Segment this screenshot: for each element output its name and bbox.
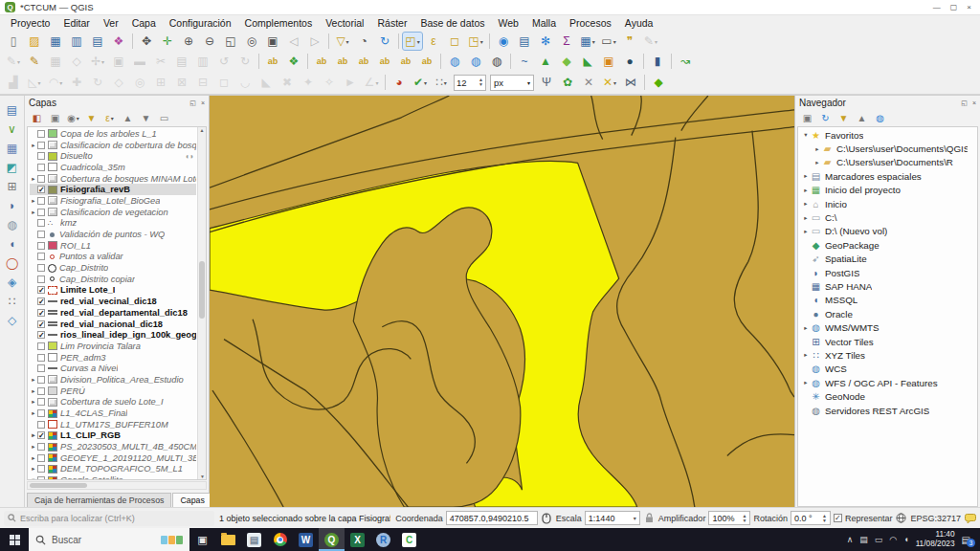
collapse-all-browser-icon[interactable]: ▲ [854, 111, 870, 125]
layer-labeling-icon[interactable]: ab [263, 53, 282, 70]
start-button[interactable] [0, 528, 29, 551]
add-oracle-layer-icon[interactable]: ◯ [3, 254, 22, 271]
app-r[interactable]: R [370, 528, 396, 551]
cad-tools-icon[interactable]: ◺▾ [25, 74, 44, 91]
close-button[interactable]: × [967, 3, 971, 11]
browser-item[interactable]: ▸▰C:\Users\user\Documents\R [800, 156, 968, 169]
expand-icon[interactable]: ▸ [30, 209, 37, 216]
browser-item[interactable]: ◍Servidores REST ArcGIS [800, 404, 968, 417]
browser-item[interactable]: ▸◍WFS / OGC API - Features [800, 376, 968, 389]
filter-browser-icon[interactable]: ▼ [835, 111, 852, 125]
new-bookmark-icon[interactable]: ▽▾ [333, 33, 352, 50]
new-print-layout-icon[interactable]: ▥ [67, 33, 86, 50]
menu-item-web[interactable]: Web [492, 16, 525, 30]
layer-row[interactable]: ▸Clasificacion de vegetacion [30, 207, 196, 218]
layer-checkbox[interactable] [37, 465, 45, 473]
vertex-tool-icon[interactable]: ✢▾ [88, 53, 107, 70]
multiedit-attributes-icon[interactable]: ▣ [109, 53, 128, 70]
notifications-button[interactable]: ▤3 [962, 535, 974, 545]
rotation-input[interactable]: 0.0 °▲▼ [791, 511, 831, 525]
vertical-scrollbar[interactable]: ▲▼ [197, 127, 206, 479]
refresh-map-icon[interactable]: ↻ [375, 33, 394, 50]
expand-all-icon[interactable]: ▲ [120, 111, 136, 125]
layer-row[interactable]: ▸Cobertura de suelo Lote_I [30, 397, 196, 408]
expand-icon[interactable]: ▸ [30, 431, 37, 439]
menu-item-editar[interactable]: Editar [56, 16, 96, 30]
layer-row[interactable]: Cap_Distrito copiar [30, 274, 196, 285]
expand-icon[interactable]: ▸ [813, 159, 821, 166]
browser-item[interactable]: ▸▰C:\Users\user\Documents\QGIS [800, 142, 968, 155]
browser-item[interactable]: ▸▦Inicio del proyecto [800, 184, 968, 197]
layer-row[interactable]: ∴kmz [30, 218, 196, 230]
layout-manager-icon[interactable]: ▤ [88, 33, 107, 50]
menu-item-proyecto[interactable]: Proyecto [4, 16, 56, 30]
refresh-browser-icon[interactable]: ↻ [817, 111, 834, 125]
layer-checkbox[interactable] [37, 409, 45, 417]
app-notes[interactable]: ▤ [241, 528, 267, 551]
plugin-area-icon[interactable]: ◣ [578, 53, 597, 70]
plugin-globe-icon[interactable]: ● [620, 53, 639, 70]
add-wms-layer-icon[interactable]: ◈ [3, 274, 22, 290]
browser-item[interactable]: ◆GeoPackage [800, 238, 968, 252]
snapping-self-icon[interactable]: ✕▾ [600, 74, 619, 91]
digitize-segment-icon[interactable]: ◇ [67, 53, 86, 70]
layer-checkbox[interactable] [37, 164, 45, 171]
expand-icon[interactable]: ▸ [802, 324, 810, 332]
save-project-icon[interactable]: ▦ [46, 33, 65, 50]
layer-row[interactable]: ▸Division_Politica_Area_Estudio [30, 374, 196, 386]
mesh-calculator-icon[interactable]: ◕ [390, 74, 409, 91]
zoom-last-icon[interactable]: ◁ [284, 33, 303, 50]
add-delimited-text-icon[interactable]: ⊞ [3, 178, 22, 194]
redo-icon[interactable]: ↻ [235, 53, 255, 70]
add-xyz-layer-icon[interactable]: ∷ [3, 293, 22, 309]
manage-map-themes-icon[interactable]: ◉▾ [65, 111, 81, 125]
menu-item-ver[interactable]: Ver [97, 16, 125, 30]
browser-item[interactable]: ▸▭C:\ [800, 210, 968, 224]
plugin-android-icon[interactable]: ◆ [557, 53, 576, 70]
layer-row[interactable]: PER_adm3 [30, 352, 196, 364]
crs-globe-icon[interactable] [895, 512, 907, 524]
snapping-intersection-icon[interactable]: ✕ [579, 74, 598, 91]
fill-ring-icon[interactable]: ⊠ [172, 74, 191, 91]
browser-item[interactable]: ▸▭D:\ (Nuevo vol) [800, 225, 968, 238]
filter-legend-icon[interactable]: ▼ [83, 111, 100, 125]
zoom-to-selection-icon[interactable]: ◎ [242, 33, 261, 50]
menu-item-r-ster[interactable]: Ráster [370, 16, 413, 30]
layer-checkbox[interactable] [37, 197, 45, 205]
close-panel-icon[interactable]: × [972, 99, 976, 106]
app-qgis[interactable]: Q [319, 528, 345, 551]
tray-display-icon[interactable]: ▤ [859, 535, 868, 544]
pan-to-selection-icon[interactable]: ✛ [158, 33, 177, 50]
circular-string-icon[interactable]: ◠▾ [46, 74, 65, 91]
digitize-shape-icon[interactable]: ◆ [649, 74, 668, 91]
layer-row[interactable]: ✓rios_lineal_idep_ign_100k_geogpsper [30, 329, 196, 341]
zoom-full-extent-icon[interactable]: ◱ [221, 33, 240, 50]
select-features-icon[interactable]: ◰▾ [403, 33, 422, 50]
layer-row[interactable]: ▸L1_4CLAS_Final [30, 408, 196, 419]
measure-icon[interactable]: ▭▾ [599, 33, 618, 50]
expand-icon[interactable]: ▸ [30, 175, 37, 183]
minimize-button[interactable]: — [933, 3, 941, 11]
layer-checkbox[interactable] [37, 476, 45, 480]
browser-item[interactable]: ▾★Favoritos [800, 128, 968, 142]
browser-item[interactable]: ◍WCS [800, 363, 968, 376]
open-project-icon[interactable]: ▨ [25, 33, 44, 50]
layer-checkbox[interactable] [37, 209, 45, 216]
temporal-controller-icon[interactable]: ◔ [354, 33, 373, 50]
style-manager-icon[interactable]: ❖ [109, 33, 128, 50]
app-chrome[interactable] [267, 528, 293, 551]
collapse-all-icon[interactable]: ▼ [138, 111, 154, 125]
add-vector-layer-icon[interactable]: ∨ [3, 121, 22, 137]
undock-icon[interactable]: ◱ [961, 99, 968, 107]
trim-extend-icon[interactable]: ∠▾ [362, 74, 381, 91]
merge-features-icon[interactable]: ✧ [320, 74, 339, 91]
layer-row[interactable]: ▸Fisiografia_Lotel_BioGea [30, 195, 196, 207]
paste-features-icon[interactable]: ▥ [193, 53, 212, 70]
split-features-icon[interactable]: ✖ [278, 74, 297, 91]
add-part-icon[interactable]: ⊞ [151, 74, 170, 91]
layer-row[interactable]: ✓red_vial_departamental_dic18 [30, 307, 196, 319]
processing-toolbox-icon[interactable]: ✻ [536, 33, 555, 50]
add-group-icon[interactable]: ▣ [47, 111, 63, 125]
split-parts-icon[interactable]: ✦ [299, 74, 318, 91]
layer-row[interactable]: ✓Limite Lote_I [30, 285, 196, 297]
